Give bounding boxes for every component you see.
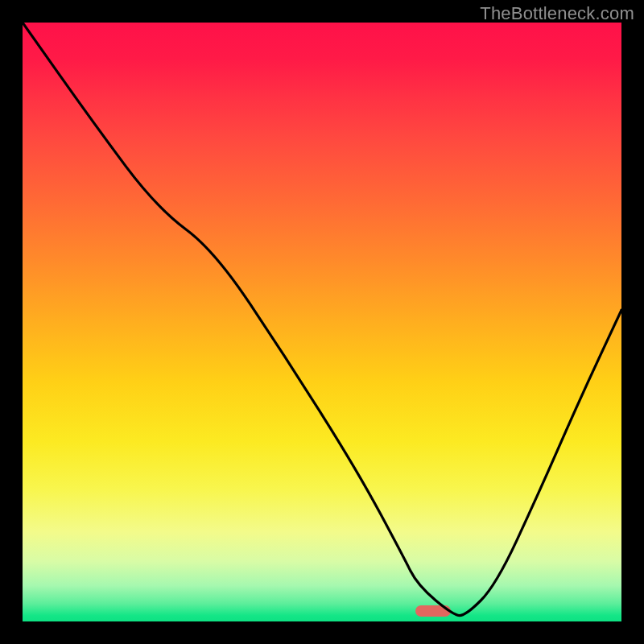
watermark-text: TheBottleneck.com <box>480 3 634 24</box>
chart-frame: TheBottleneck.com <box>0 0 644 644</box>
bottleneck-curve <box>23 23 621 621</box>
bottleneck-curve-path <box>23 23 621 616</box>
plot-area <box>23 23 621 621</box>
